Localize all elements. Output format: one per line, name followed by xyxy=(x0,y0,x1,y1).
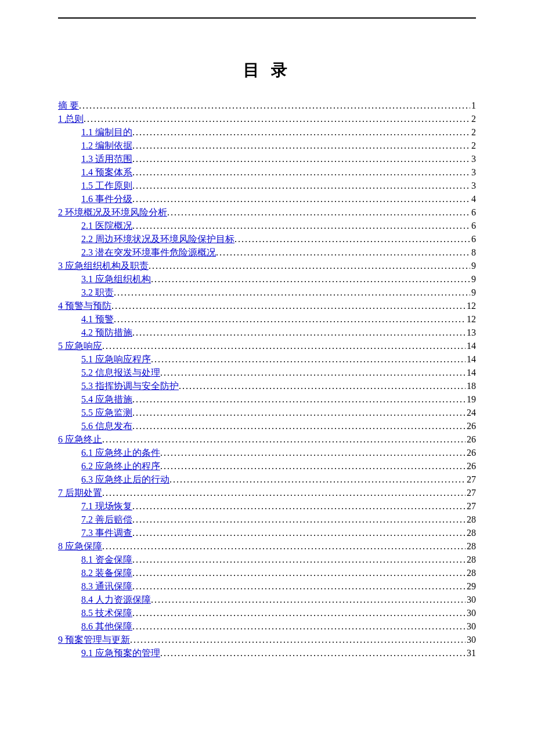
toc-entry: 1.2 编制依据2 xyxy=(81,139,476,152)
toc-page-number: 28 xyxy=(466,539,476,553)
toc-leader-dots xyxy=(132,192,470,206)
toc-entry: 7.2 善后赔偿28 xyxy=(81,513,476,526)
toc-entry: 7 后期处置27 xyxy=(58,486,476,499)
toc-link[interactable]: 5.1 应急响应程序 xyxy=(81,352,151,366)
toc-link[interactable]: 摘 要 xyxy=(58,99,79,112)
toc-link[interactable]: 6.3 应急终止后的行动 xyxy=(81,473,169,486)
toc-link[interactable]: 5.2 信息报送与处理 xyxy=(81,366,160,379)
toc-entry: 8.5 技术保障30 xyxy=(81,606,476,620)
toc-link[interactable]: 1.3 适用范围 xyxy=(81,152,132,165)
toc-link[interactable]: 4.2 预防措施 xyxy=(81,326,132,339)
toc-link[interactable]: 7 后期处置 xyxy=(58,486,102,499)
document-page: 目 录 摘 要11 总则21.1 编制目的21.2 编制依据21.3 适用范围3… xyxy=(0,0,534,694)
toc-page-number: 30 xyxy=(466,633,476,646)
toc-leader-dots xyxy=(151,352,466,366)
toc-list: 摘 要11 总则21.1 编制目的21.2 编制依据21.3 适用范围31.4 … xyxy=(58,99,476,660)
toc-link[interactable]: 2.3 潜在突发环境事件危险源概况 xyxy=(81,246,216,259)
toc-entry: 6.1 应急终止的条件26 xyxy=(81,446,476,459)
toc-entry: 3 应急组织机构及职责9 xyxy=(58,259,476,272)
toc-link[interactable]: 6.2 应急终止的程序 xyxy=(81,459,160,473)
toc-link[interactable]: 7.3 事件调查 xyxy=(81,526,132,539)
toc-page-number: 26 xyxy=(466,433,476,446)
toc-entry: 5 应急响应14 xyxy=(58,339,476,352)
toc-link[interactable]: 2.1 医院概况 xyxy=(81,219,132,232)
toc-entry: 8.3 通讯保障29 xyxy=(81,579,476,593)
toc-leader-dots xyxy=(132,152,470,165)
toc-page-number: 14 xyxy=(466,352,476,366)
toc-leader-dots xyxy=(160,646,466,660)
toc-leader-dots xyxy=(160,459,466,473)
toc-leader-dots xyxy=(132,620,466,633)
toc-link[interactable]: 2.2 周边环境状况及环境风险保护目标 xyxy=(81,232,234,246)
toc-link[interactable]: 6.1 应急终止的条件 xyxy=(81,446,160,459)
toc-leader-dots xyxy=(149,259,470,272)
toc-entry: 8.4 人力资源保障30 xyxy=(81,593,476,606)
toc-link[interactable]: 5 应急响应 xyxy=(58,339,102,352)
toc-entry: 2.2 周边环境状况及环境风险保护目标6 xyxy=(81,232,476,246)
toc-link[interactable]: 5.6 信息发布 xyxy=(81,419,132,433)
toc-leader-dots xyxy=(132,326,466,339)
toc-leader-dots xyxy=(132,606,466,620)
toc-link[interactable]: 4 预警与预防 xyxy=(58,299,111,312)
toc-leader-dots xyxy=(132,125,470,139)
toc-leader-dots xyxy=(234,232,470,246)
toc-page-number: 26 xyxy=(466,446,476,459)
toc-entry: 4.1 预警12 xyxy=(81,312,476,326)
toc-leader-dots xyxy=(132,513,466,526)
toc-link[interactable]: 1 总则 xyxy=(58,112,84,125)
toc-page-number: 6 xyxy=(470,219,476,232)
toc-entry: 1.4 预案体系3 xyxy=(81,165,476,179)
toc-link[interactable]: 5.4 应急措施 xyxy=(81,393,132,406)
toc-link[interactable]: 1.5 工作原则 xyxy=(81,179,132,192)
toc-leader-dots xyxy=(151,272,470,286)
toc-link[interactable]: 9 预案管理与更新 xyxy=(58,633,130,646)
toc-page-number: 14 xyxy=(466,366,476,379)
toc-link[interactable]: 7.2 善后赔偿 xyxy=(81,513,132,526)
toc-leader-dots xyxy=(179,379,466,393)
toc-entry: 5.1 应急响应程序14 xyxy=(81,352,476,366)
toc-link[interactable]: 6 应急终止 xyxy=(58,433,102,446)
toc-link[interactable]: 5.5 应急监测 xyxy=(81,406,132,419)
toc-entry: 8.1 资金保障28 xyxy=(81,553,476,566)
toc-leader-dots xyxy=(132,419,466,433)
toc-link[interactable]: 1.2 编制依据 xyxy=(81,139,132,152)
toc-link[interactable]: 1.1 编制目的 xyxy=(81,125,132,139)
toc-page-number: 27 xyxy=(466,473,476,486)
toc-link[interactable]: 3.1 应急组织机构 xyxy=(81,272,151,286)
toc-leader-dots xyxy=(102,433,466,446)
toc-leader-dots xyxy=(132,566,466,579)
toc-entry: 1 总则2 xyxy=(58,112,476,125)
toc-link[interactable]: 8 应急保障 xyxy=(58,539,102,553)
toc-link[interactable]: 8.6 其他保障 xyxy=(81,620,132,633)
toc-link[interactable]: 1.6 事件分级 xyxy=(81,192,132,206)
toc-leader-dots xyxy=(216,246,470,259)
toc-link[interactable]: 9.1 应急预案的管理 xyxy=(81,646,160,660)
toc-link[interactable]: 8.3 通讯保障 xyxy=(81,579,132,593)
toc-link[interactable]: 8.4 人力资源保障 xyxy=(81,593,151,606)
toc-link[interactable]: 8.2 装备保障 xyxy=(81,566,132,579)
toc-page-number: 6 xyxy=(470,232,476,246)
toc-link[interactable]: 5.3 指挥协调与安全防护 xyxy=(81,379,179,393)
toc-page-number: 14 xyxy=(466,339,476,352)
toc-page-number: 26 xyxy=(466,419,476,433)
toc-link[interactable]: 8.1 资金保障 xyxy=(81,553,132,566)
toc-leader-dots xyxy=(132,553,466,566)
toc-link[interactable]: 2 环境概况及环境风险分析 xyxy=(58,206,167,219)
toc-leader-dots xyxy=(132,393,466,406)
toc-page-number: 2 xyxy=(470,125,476,139)
toc-leader-dots xyxy=(160,366,466,379)
toc-page-number: 18 xyxy=(466,379,476,393)
toc-link[interactable]: 1.4 预案体系 xyxy=(81,165,132,179)
toc-leader-dots xyxy=(151,593,466,606)
toc-link[interactable]: 3 应急组织机构及职责 xyxy=(58,259,149,272)
toc-link[interactable]: 8.5 技术保障 xyxy=(81,606,132,620)
toc-entry: 8.2 装备保障28 xyxy=(81,566,476,579)
toc-link[interactable]: 7.1 现场恢复 xyxy=(81,499,132,513)
toc-link[interactable]: 3.2 职责 xyxy=(81,286,114,299)
toc-page-number: 13 xyxy=(466,326,476,339)
toc-page-number: 30 xyxy=(466,606,476,620)
toc-link[interactable]: 4.1 预警 xyxy=(81,312,114,326)
toc-page-number: 1 xyxy=(470,99,476,112)
toc-entry: 4 预警与预防12 xyxy=(58,299,476,312)
toc-leader-dots xyxy=(132,406,466,419)
